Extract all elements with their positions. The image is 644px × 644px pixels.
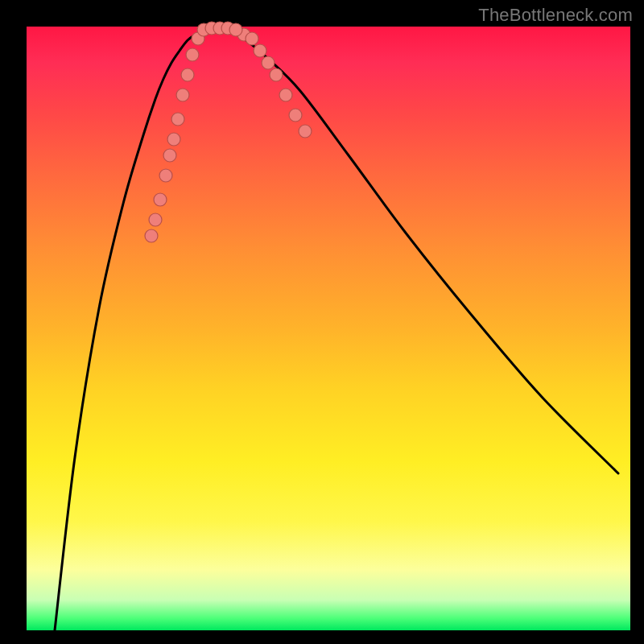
data-point — [246, 32, 258, 45]
data-point — [154, 193, 167, 206]
dots-left — [145, 32, 204, 242]
data-point — [149, 213, 162, 226]
data-point — [262, 56, 275, 69]
plot-area — [27, 27, 630, 630]
data-point — [299, 125, 312, 138]
data-point — [145, 229, 158, 242]
dots-bottom — [197, 22, 242, 36]
data-point — [254, 44, 266, 57]
watermark-text: TheBottleneck.com — [478, 5, 633, 26]
dots-right — [237, 28, 312, 138]
data-point — [176, 89, 189, 101]
data-point — [167, 133, 180, 146]
data-point — [186, 48, 199, 61]
bottleneck-curve — [55, 29, 618, 630]
data-point — [270, 68, 283, 81]
data-point — [171, 113, 184, 126]
data-point — [289, 109, 302, 122]
data-point — [159, 169, 172, 182]
data-point — [279, 89, 292, 101]
chart-stage: TheBottleneck.com — [0, 0, 644, 644]
data-point — [229, 23, 242, 36]
data-point — [181, 68, 194, 81]
data-point — [163, 149, 176, 162]
chart-svg — [27, 27, 630, 630]
